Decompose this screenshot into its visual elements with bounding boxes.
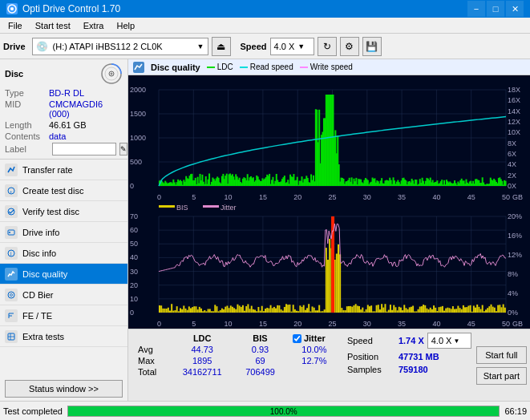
label-input[interactable] bbox=[52, 143, 116, 155]
extra-tests-icon bbox=[5, 330, 18, 343]
nav-label-cd-bier: CD Bier bbox=[22, 290, 54, 300]
disc-panel: Disc Type BD-R DL MID CMCMAGDI6 (000) Le… bbox=[0, 59, 127, 160]
nav-label-create-test-disc: Create test disc bbox=[22, 186, 83, 196]
stats-avg-bis: 0.93 bbox=[234, 344, 286, 355]
sidebar-item-extra-tests[interactable]: Extra tests bbox=[0, 326, 127, 347]
main-content: Disc Type BD-R DL MID CMCMAGDI6 (000) Le… bbox=[0, 59, 530, 401]
toolbar: Drive 💿 (H:) ATAPI iHBS112 2 CL0K ▼ ⏏ Sp… bbox=[0, 34, 530, 59]
sidebar-item-disc-quality[interactable]: Disc quality bbox=[0, 264, 127, 285]
menu-file[interactable]: File bbox=[3, 20, 27, 31]
stats-header-ldc: LDC bbox=[170, 333, 234, 344]
stats-avg-label: Avg bbox=[131, 344, 170, 355]
speed-select-value: 4.0 X bbox=[431, 336, 452, 345]
svg-point-5 bbox=[111, 73, 113, 75]
progress-bar-container: Test completed 100.0% 66:19 bbox=[0, 401, 530, 420]
speed-info: Speed 1.74 X 4.0 X ▼ Position 47731 MB S… bbox=[347, 333, 471, 398]
stats-header-bis: BIS bbox=[234, 333, 286, 344]
svg-text:i: i bbox=[10, 251, 12, 256]
stats-header-jitter-check: Jitter bbox=[286, 333, 342, 344]
stats-total-bis: 706499 bbox=[234, 366, 286, 378]
chart-header: Disc quality LDC Read speed Write speed bbox=[128, 59, 530, 75]
speed-current-value: 1.74 X bbox=[399, 336, 424, 345]
sidebar-item-verify-test-disc[interactable]: Verify test disc bbox=[0, 201, 127, 222]
eject-button[interactable]: ⏏ bbox=[212, 37, 231, 56]
disc-info-icon: i bbox=[5, 247, 18, 260]
action-buttons: Start full Start part bbox=[476, 333, 527, 398]
close-button[interactable]: ✕ bbox=[506, 1, 524, 17]
speed-selector[interactable]: 4.0 X ▼ bbox=[270, 38, 314, 55]
progress-time: 66:19 bbox=[504, 406, 527, 416]
nav-label-disc-info: Disc info bbox=[22, 248, 56, 258]
drive-label: Drive bbox=[3, 42, 26, 51]
refresh-button[interactable]: ↻ bbox=[318, 37, 337, 56]
save-button[interactable]: 💾 bbox=[362, 37, 382, 56]
menu-extra[interactable]: Extra bbox=[79, 20, 109, 31]
stats-total-jitter bbox=[286, 366, 342, 378]
jitter-label: Jitter bbox=[304, 333, 326, 343]
maximize-button[interactable]: □ bbox=[487, 1, 504, 17]
nav-label-fe-te: FE / TE bbox=[22, 311, 52, 321]
position-key: Position bbox=[347, 352, 395, 361]
create-test-disc-icon: + bbox=[5, 184, 18, 197]
right-panel: Disc quality LDC Read speed Write speed bbox=[128, 59, 530, 401]
fe-te-icon bbox=[5, 309, 18, 322]
app-icon bbox=[6, 3, 18, 14]
legend-ldc-dot bbox=[207, 67, 215, 68]
drive-selector[interactable]: 💿 (H:) ATAPI iHBS112 2 CL0K ▼ bbox=[32, 38, 208, 55]
drive-select-text: (H:) ATAPI iHBS112 2 CL0K bbox=[53, 42, 196, 51]
chart-panel-title: Disc quality bbox=[151, 63, 200, 72]
samples-value: 759180 bbox=[399, 365, 428, 374]
nav-label-drive-info: Drive info bbox=[22, 228, 59, 237]
title-bar: Opti Drive Control 1.70 − □ ✕ bbox=[0, 0, 530, 18]
disc-quality-icon bbox=[5, 268, 18, 281]
contents-key: Contents bbox=[5, 131, 49, 141]
minimize-button[interactable]: − bbox=[467, 1, 485, 17]
charts-container bbox=[128, 75, 530, 329]
stats-max-label: Max bbox=[131, 355, 170, 366]
stats-avg-ldc: 44.73 bbox=[170, 344, 234, 355]
position-value: 47731 MB bbox=[399, 352, 439, 361]
stats-max-jitter: 12.7% bbox=[286, 355, 342, 366]
start-full-button[interactable]: Start full bbox=[476, 346, 527, 364]
speed-select-box[interactable]: 4.0 X ▼ bbox=[427, 333, 471, 349]
cd-bier-icon bbox=[5, 289, 18, 301]
sidebar-item-cd-bier[interactable]: CD Bier bbox=[0, 285, 127, 305]
type-value: BD-R DL bbox=[49, 88, 84, 98]
sidebar: Disc Type BD-R DL MID CMCMAGDI6 (000) Le… bbox=[0, 59, 128, 401]
sidebar-item-disc-info[interactable]: i Disc info bbox=[0, 243, 127, 264]
stats-total-ldc: 34162711 bbox=[170, 366, 234, 378]
sidebar-item-fe-te[interactable]: FE / TE bbox=[0, 305, 127, 326]
chart-header-icon bbox=[133, 62, 144, 73]
progress-track: 100.0% bbox=[67, 406, 500, 417]
label-edit-button[interactable]: ✎ bbox=[119, 143, 127, 155]
type-key: Type bbox=[5, 88, 49, 98]
nav-label-extra-tests: Extra tests bbox=[22, 332, 64, 341]
stats-table: LDC BIS Jitter Avg bbox=[131, 333, 342, 398]
legend-ldc-label: LDC bbox=[217, 63, 233, 71]
svg-point-13 bbox=[8, 292, 14, 298]
jitter-checkbox[interactable] bbox=[293, 334, 301, 343]
svg-point-10 bbox=[9, 232, 10, 233]
stats-avg-jitter: 10.0% bbox=[286, 344, 342, 355]
length-value: 46.61 GB bbox=[49, 120, 86, 130]
svg-point-14 bbox=[10, 293, 13, 296]
svg-point-1 bbox=[10, 7, 14, 10]
nav-items: Transfer rate + Create test disc Verify … bbox=[0, 160, 127, 377]
disc-panel-title: Disc bbox=[5, 69, 23, 79]
settings-button[interactable]: ⚙ bbox=[340, 37, 359, 56]
menu-help[interactable]: Help bbox=[111, 20, 140, 31]
mid-value: CMCMAGDI6 (000) bbox=[49, 99, 123, 119]
status-window-button[interactable]: Status window >> bbox=[5, 380, 123, 398]
menu-start-test[interactable]: Start test bbox=[30, 20, 75, 31]
sidebar-item-create-test-disc[interactable]: + Create test disc bbox=[0, 180, 127, 201]
drive-info-icon bbox=[5, 226, 18, 239]
stats-bar: LDC BIS Jitter Avg bbox=[128, 329, 530, 401]
nav-label-verify-test-disc: Verify test disc bbox=[22, 207, 79, 216]
start-part-button[interactable]: Start part bbox=[476, 367, 527, 385]
legend-read-speed-label: Read speed bbox=[250, 63, 293, 71]
legend-write-speed-label: Write speed bbox=[310, 63, 353, 71]
sidebar-item-transfer-rate[interactable]: Transfer rate bbox=[0, 160, 127, 180]
samples-key: Samples bbox=[347, 365, 395, 374]
sidebar-item-drive-info[interactable]: Drive info bbox=[0, 222, 127, 243]
disc-icon bbox=[100, 63, 123, 85]
